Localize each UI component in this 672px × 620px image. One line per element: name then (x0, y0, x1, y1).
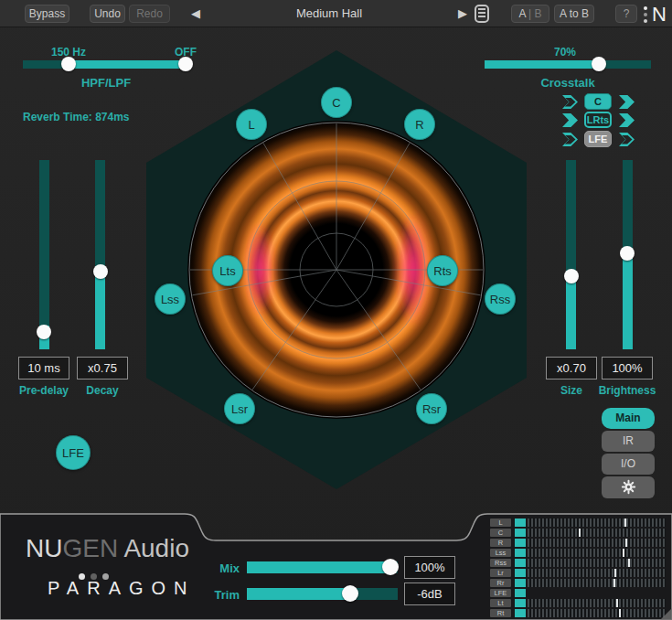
tab-io[interactable]: I/O (602, 454, 655, 475)
channel-node-lss[interactable]: Lss (155, 283, 186, 315)
size-track[interactable] (566, 160, 576, 349)
routing-lfe-out-chevron-icon[interactable] (619, 133, 635, 146)
ab-separator: | (528, 7, 531, 20)
mix-label: Mix (203, 561, 240, 575)
channel-node-r[interactable]: R (404, 109, 435, 140)
routing-c-out-chevron-icon[interactable] (619, 95, 635, 109)
meter-label: Rr (490, 579, 511, 587)
tab-ir[interactable]: IR (602, 431, 655, 452)
channel-node-lts[interactable]: Lts (212, 255, 243, 286)
predelay-value[interactable]: 10 ms (18, 357, 69, 379)
routing-lrts-in-chevron-icon[interactable] (562, 113, 578, 127)
predelay-handle[interactable] (37, 325, 51, 339)
previous-preset-icon[interactable]: ◀ (187, 5, 204, 23)
meter-label: C (490, 529, 511, 537)
channel-node-l[interactable]: L (236, 109, 267, 140)
ab-b-label: B (535, 7, 542, 20)
bypass-button[interactable]: Bypass (25, 5, 69, 23)
trim-label: Trim (203, 588, 240, 602)
size-value[interactable]: x0.70 (546, 357, 597, 379)
size-label: Size (546, 384, 597, 397)
ab-a-label: A (518, 7, 525, 20)
meter-label: Lt (490, 599, 511, 607)
routing-lrts-button[interactable]: LRts (584, 112, 612, 128)
channel-node-lfe[interactable]: LFE (56, 435, 91, 470)
nugen-logo-icon: N (644, 4, 669, 26)
channel-node-rts[interactable]: Rts (427, 255, 458, 286)
hpf-lpf-label: HPF/LPF (23, 76, 189, 90)
meter-panel: L C R Lss Rss Lr Rr LFE Lt Rt (490, 518, 669, 618)
predelay-label: Pre-delay (18, 384, 69, 397)
paragon-plugin-window: Bypass Undo Redo ◀ Medium Hall ▶ A | B A… (0, 0, 672, 620)
decay-label: Decay (77, 384, 128, 397)
meter-label: Rss (490, 559, 511, 567)
decay-handle[interactable] (93, 264, 108, 279)
decay-track[interactable] (95, 160, 105, 349)
ab-compare-button[interactable]: A | B (511, 5, 549, 23)
channel-node-rss[interactable]: Rss (485, 283, 516, 315)
routing-lfe-button[interactable]: LFE (584, 131, 612, 147)
trim-handle[interactable] (342, 585, 358, 602)
top-bar: Bypass Undo Redo ◀ Medium Hall ▶ A | B A… (0, 0, 672, 27)
routing-lrts-out-chevron-icon[interactable] (619, 113, 635, 127)
size-handle[interactable] (564, 269, 579, 283)
mix-track[interactable] (247, 561, 398, 573)
routing-lfe-in-chevron-icon[interactable] (562, 133, 578, 146)
reverb-time-readout: Reverb Time: 874ms (23, 111, 130, 123)
redo-button[interactable]: Redo (129, 5, 170, 23)
trim-track[interactable] (247, 588, 398, 600)
lpf-handle[interactable] (178, 57, 193, 71)
settings-button[interactable] (602, 476, 655, 498)
channel-node-rsr[interactable]: Rsr (416, 393, 447, 424)
meter-label: R (490, 539, 511, 547)
crosstalk-value: 70% (538, 46, 592, 59)
brightness-value[interactable]: 100% (602, 357, 653, 379)
crosstalk-label: Crosstalk (485, 76, 651, 90)
tab-main[interactable]: Main (602, 408, 655, 429)
meter-label: Lr (490, 569, 511, 577)
mix-handle[interactable] (382, 559, 399, 575)
crosstalk-track[interactable] (485, 60, 651, 69)
meter-label: LFE (490, 589, 511, 597)
brightness-handle[interactable] (620, 246, 635, 261)
brand-logo: NUGEN Audio (26, 534, 189, 563)
routing-c-button[interactable]: C (584, 93, 612, 110)
hpf-lpf-track[interactable] (23, 60, 189, 69)
routing-c-in-chevron-icon[interactable] (562, 95, 578, 109)
predelay-track[interactable] (39, 160, 49, 349)
meter-label: L (490, 518, 511, 527)
channel-node-c[interactable]: C (321, 87, 352, 118)
channel-node-lsr[interactable]: Lsr (224, 393, 255, 424)
a-to-b-button[interactable]: A to B (554, 5, 594, 23)
crosstalk-handle[interactable] (592, 57, 606, 71)
trim-value[interactable]: -6dB (404, 583, 455, 605)
product-name: PARAGON (48, 578, 196, 599)
brightness-label: Brightness (594, 384, 660, 397)
next-preset-icon[interactable]: ▶ (454, 5, 471, 23)
help-button[interactable]: ? (615, 5, 637, 23)
undo-button[interactable]: Undo (90, 5, 125, 23)
meter-label: Rt (490, 609, 511, 617)
mix-value[interactable]: 100% (404, 556, 455, 579)
preset-browser-icon[interactable] (475, 5, 489, 23)
hpf-handle[interactable] (61, 57, 76, 71)
meter-label: Lss (490, 549, 511, 557)
resize-grip[interactable] (660, 608, 672, 620)
gear-icon (621, 479, 636, 495)
decay-value[interactable]: x0.75 (77, 357, 128, 379)
preset-name[interactable]: Medium Hall (256, 5, 402, 23)
